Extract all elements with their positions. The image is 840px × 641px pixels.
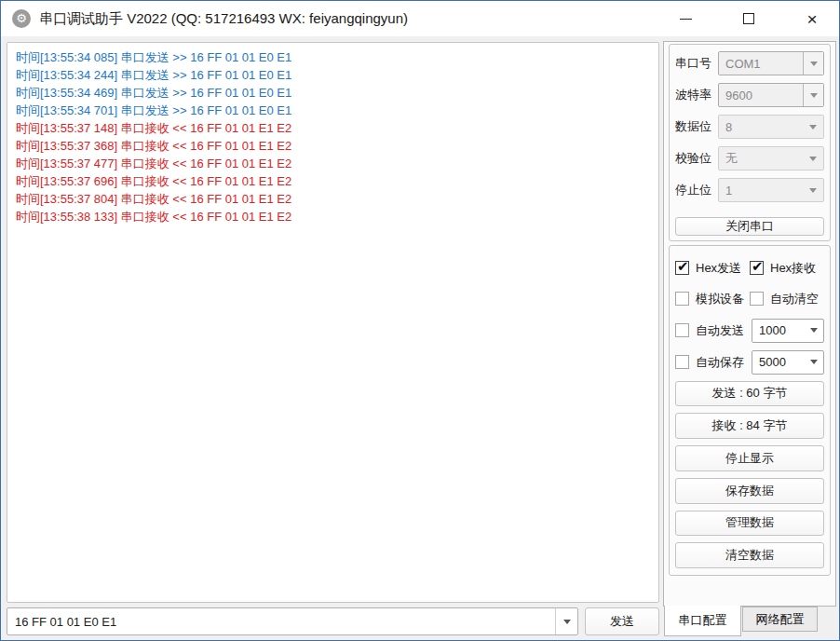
baudrate-value: 9600 xyxy=(725,89,752,102)
auto-clear-checkbox[interactable] xyxy=(750,292,764,306)
send-data-input[interactable] xyxy=(7,608,555,634)
maximize-button[interactable] xyxy=(727,1,770,36)
hex-row: Hex发送 Hex接收 xyxy=(675,257,824,280)
window-controls: × xyxy=(644,1,833,36)
stopbits-row: 停止位 1 xyxy=(675,178,824,202)
send-data-combobox xyxy=(7,607,578,635)
maximize-icon xyxy=(743,13,754,24)
manage-data-button[interactable]: 管理数据 xyxy=(675,511,824,537)
log-line-receive: 时间[13:55:37 696] 串口接收 << 16 FF 01 01 E1 … xyxy=(16,172,650,190)
auto-clear-option[interactable]: 自动清空 xyxy=(750,291,824,307)
close-button[interactable]: × xyxy=(791,1,833,36)
port-row: 串口号 COM1 xyxy=(675,51,824,75)
save-data-button[interactable]: 保存数据 xyxy=(675,478,824,504)
clear-data-button[interactable]: 清空数据 xyxy=(675,542,824,568)
chevron-down-icon[interactable] xyxy=(805,351,823,374)
databits-row: 数据位 8 xyxy=(675,115,824,139)
tab-network-config[interactable]: 网络配置 xyxy=(742,607,818,632)
app-gear-icon: ⚙ xyxy=(12,9,31,28)
auto-send-label: 自动发送 xyxy=(696,322,744,339)
send-button[interactable]: 发送 xyxy=(585,607,659,635)
close-icon: × xyxy=(806,10,817,28)
auto-send-checkbox[interactable] xyxy=(675,323,689,337)
databits-value: 8 xyxy=(725,120,732,134)
close-port-button[interactable]: 关闭串口 xyxy=(675,217,824,236)
parity-select[interactable]: 无 xyxy=(718,146,824,170)
log-line-receive: 时间[13:55:37 148] 串口接收 << 16 FF 01 01 E1 … xyxy=(16,119,650,137)
auto-send-interval-select[interactable]: 1000 xyxy=(752,319,824,343)
baudrate-select[interactable]: 9600 xyxy=(718,83,824,107)
simulate-device-label: 模拟设备 xyxy=(696,291,744,307)
databits-label: 数据位 xyxy=(675,118,718,135)
window-title: 串口调试助手 V2022 (QQ: 517216493 WX: feiyangq… xyxy=(39,10,408,28)
auto-clear-label: 自动清空 xyxy=(770,291,819,307)
serial-settings-group: 串口号 COM1 波特率 9600 数据位 8 校验位 无 xyxy=(669,44,831,241)
log-line-send: 时间[13:55:34 701] 串口发送 >> 16 FF 01 01 E0 … xyxy=(16,102,650,119)
stopbits-value: 1 xyxy=(725,184,732,198)
port-select[interactable]: COM1 xyxy=(718,51,824,75)
auto-save-interval-value: 5000 xyxy=(759,355,786,369)
send-history-dropdown-button[interactable] xyxy=(555,608,577,634)
minimize-icon xyxy=(680,19,692,20)
simulate-row: 模拟设备 自动清空 xyxy=(675,288,824,310)
log-line-receive: 时间[13:55:37 477] 串口接收 << 16 FF 01 01 E1 … xyxy=(16,155,650,172)
log-line-receive: 时间[13:55:37 804] 串口接收 << 16 FF 01 01 E1 … xyxy=(16,190,650,208)
chevron-down-icon[interactable] xyxy=(805,320,823,342)
hex-receive-label: Hex接收 xyxy=(770,260,816,277)
hex-receive-checkbox[interactable] xyxy=(750,261,764,275)
auto-send-row: 自动发送 1000 xyxy=(675,319,824,343)
databits-select[interactable]: 8 xyxy=(718,115,824,139)
chevron-down-icon[interactable] xyxy=(803,179,823,201)
auto-save-option[interactable]: 自动保存 xyxy=(675,354,744,371)
log-line-receive: 时间[13:55:37 368] 串口接收 << 16 FF 01 01 E1 … xyxy=(16,137,650,155)
auto-save-interval-select[interactable]: 5000 xyxy=(752,350,824,375)
log-area[interactable]: 时间[13:55:34 085] 串口发送 >> 16 FF 01 01 E0 … xyxy=(7,42,659,603)
parity-label: 校验位 xyxy=(675,150,718,167)
auto-save-checkbox[interactable] xyxy=(675,355,689,369)
tab-serial-config[interactable]: 串口配置 xyxy=(664,606,741,636)
app-window: ⚙ 串口调试助手 V2022 (QQ: 517216493 WX: feiyan… xyxy=(0,0,840,641)
hex-send-checkbox[interactable] xyxy=(675,261,689,275)
port-value: COM1 xyxy=(725,57,761,71)
hex-receive-option[interactable]: Hex接收 xyxy=(750,260,824,277)
stop-display-button[interactable]: 停止显示 xyxy=(675,445,824,471)
chevron-down-icon[interactable] xyxy=(803,84,823,106)
auto-send-option[interactable]: 自动发送 xyxy=(675,322,744,339)
simulate-device-option[interactable]: 模拟设备 xyxy=(675,291,750,307)
log-line-receive: 时间[13:55:38 133] 串口接收 << 16 FF 01 01 E1 … xyxy=(16,208,650,225)
parity-row: 校验位 无 xyxy=(675,146,824,170)
chevron-down-icon[interactable] xyxy=(803,147,823,170)
auto-send-interval-value: 1000 xyxy=(759,323,786,337)
chevron-down-icon[interactable] xyxy=(803,116,823,138)
minimize-button[interactable] xyxy=(664,1,707,36)
baudrate-label: 波特率 xyxy=(675,87,718,103)
log-line-send: 时间[13:55:34 085] 串口发送 >> 16 FF 01 01 E0 … xyxy=(16,48,650,66)
stopbits-select[interactable]: 1 xyxy=(718,178,824,202)
received-bytes-button[interactable]: 接收 : 84 字节 xyxy=(675,413,824,439)
hex-send-label: Hex发送 xyxy=(696,260,741,277)
auto-save-row: 自动保存 5000 xyxy=(675,350,824,375)
simulate-device-checkbox[interactable] xyxy=(675,292,689,306)
stopbits-label: 停止位 xyxy=(675,182,718,198)
auto-save-label: 自动保存 xyxy=(696,354,744,371)
log-line-send: 时间[13:55:34 469] 串口发送 >> 16 FF 01 01 E0 … xyxy=(16,84,650,102)
sent-bytes-button[interactable]: 发送 : 60 字节 xyxy=(675,381,824,407)
hex-send-option[interactable]: Hex发送 xyxy=(675,260,750,277)
baudrate-row: 波特率 9600 xyxy=(675,83,824,107)
chevron-down-icon[interactable] xyxy=(803,52,823,75)
options-group: Hex发送 Hex接收 模拟设备 自动清空 自动发送 1000 xyxy=(669,245,831,576)
title-bar: ⚙ 串口调试助手 V2022 (QQ: 517216493 WX: feiyan… xyxy=(1,1,839,36)
parity-value: 无 xyxy=(725,150,738,167)
log-line-send: 时间[13:55:34 244] 串口发送 >> 16 FF 01 01 E0 … xyxy=(16,66,650,84)
port-label: 串口号 xyxy=(675,55,718,72)
